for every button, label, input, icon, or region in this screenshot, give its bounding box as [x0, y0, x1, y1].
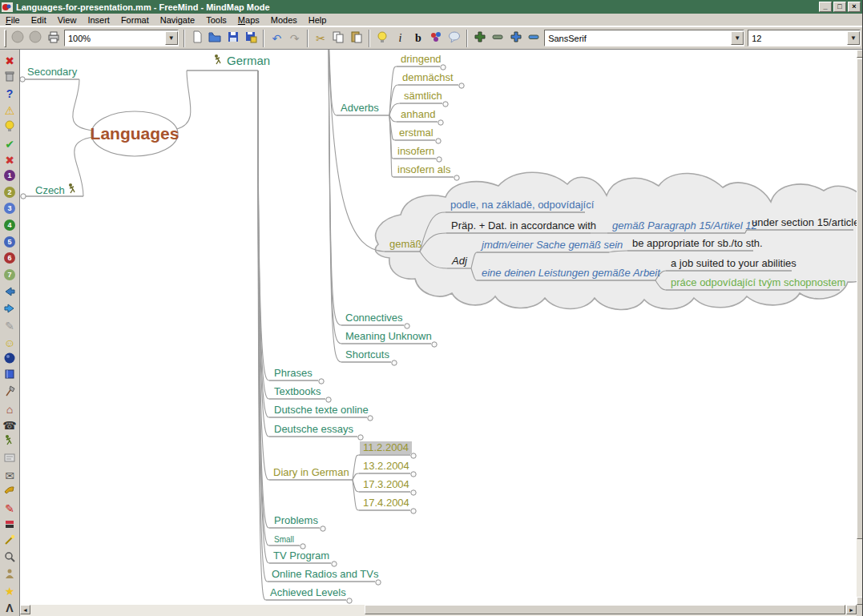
mindmap-node-connectives[interactable]: Connectives	[345, 312, 403, 324]
fold-indicator[interactable]	[321, 526, 325, 531]
mindmap-node-a3[interactable]: sämtlich	[404, 90, 442, 103]
fold-indicator[interactable]	[300, 544, 305, 549]
mindmap-node-d3[interactable]: 17.3.2004	[363, 478, 409, 491]
mindmap-node-g3b1[interactable]: a job suited to your abilities	[671, 257, 796, 270]
horn-icon[interactable]	[2, 485, 18, 499]
cloud-button[interactable]	[446, 30, 462, 47]
mindmap-node-g3a1[interactable]: be appropriate for sb./to sth.	[632, 237, 763, 250]
save-as-button[interactable]	[243, 30, 259, 47]
scroll-right-arrow[interactable]: ►	[846, 605, 857, 614]
mindmap-node-tv[interactable]: TV Program	[273, 550, 329, 562]
nav-back-button[interactable]	[10, 30, 26, 47]
pencil-icon[interactable]: ✎	[2, 501, 18, 516]
mindmap-node-a2[interactable]: demnächst	[402, 71, 454, 84]
font-family-combo[interactable]: SansSerif▼	[544, 30, 744, 46]
vertical-scroll-thumb[interactable]	[857, 58, 863, 539]
mindmap-node-diary[interactable]: Diary in German	[273, 466, 349, 479]
forward-icon[interactable]	[2, 303, 18, 317]
mindmap-node-dutsche[interactable]: Dutsche texte online	[274, 404, 369, 417]
magnifier-icon[interactable]	[2, 551, 18, 566]
fold-indicator[interactable]	[392, 360, 397, 365]
vertical-scrollbar[interactable]	[857, 50, 863, 605]
menu-view[interactable]: View	[52, 14, 83, 26]
star-icon[interactable]: ★	[2, 584, 18, 598]
link-button[interactable]	[428, 30, 444, 47]
fold-indicator[interactable]	[441, 65, 446, 70]
fax-icon[interactable]	[2, 452, 18, 466]
fold-indicator[interactable]	[347, 598, 352, 603]
font-size-combo-arrow[interactable]: ▼	[847, 31, 860, 45]
tools-icon[interactable]	[2, 385, 18, 400]
fold-indicator[interactable]	[405, 324, 409, 328]
mindmap-node-online[interactable]: Online Radios and TVs	[272, 568, 378, 581]
mindmap-node-g3a[interactable]: jmdm/einer Sache gemäß sein	[482, 239, 623, 252]
bold-button[interactable]: b	[410, 30, 426, 47]
redo-button[interactable]: ↷	[286, 30, 302, 47]
fold-indicator[interactable]	[443, 102, 448, 107]
fold-indicator[interactable]	[20, 77, 25, 82]
menu-insert[interactable]: Insert	[82, 14, 115, 26]
print-button[interactable]	[46, 30, 62, 47]
fold-indicator[interactable]	[436, 139, 441, 143]
fold-indicator[interactable]	[411, 490, 416, 495]
mindmap-node-g2a[interactable]: gemäß Paragraph 15/Artikel 12	[612, 219, 757, 232]
menu-navigate[interactable]: Navigate	[155, 14, 200, 26]
fold-indicator[interactable]	[319, 379, 324, 384]
minimize-button[interactable]: _	[819, 2, 832, 12]
fold-indicator[interactable]	[411, 472, 416, 477]
priority-1-icon[interactable]: 1	[2, 170, 18, 184]
decrease-font-button[interactable]	[526, 30, 542, 47]
fold-indicator[interactable]	[326, 397, 331, 402]
fold-indicator[interactable]	[437, 157, 442, 162]
back-icon[interactable]	[2, 286, 18, 300]
font-size-combo[interactable]: 12▼	[748, 30, 861, 46]
menu-help[interactable]: Help	[303, 14, 333, 26]
mindmap-canvas[interactable]: SecondaryCzechLanguagesGermanAdverbsdrin…	[20, 50, 857, 605]
cut-button[interactable]: ✂	[313, 30, 329, 47]
italic-button[interactable]: i	[392, 30, 408, 47]
nav-forward-button[interactable]	[27, 30, 43, 47]
mindmap-node-g2[interactable]: Präp. + Dat. in accordance with	[451, 219, 596, 232]
mindmap-node-a4[interactable]: anhand	[401, 108, 435, 121]
not-ok-icon[interactable]: ✖	[2, 153, 18, 167]
scroll-up-arrow[interactable]	[857, 50, 863, 58]
ok-icon[interactable]: ✔	[2, 137, 18, 151]
fold-indicator[interactable]	[438, 120, 443, 125]
zoom-combo-arrow[interactable]: ▼	[165, 31, 178, 45]
mindmap-node-g1[interactable]: podle, na základě, odpovídající	[450, 199, 594, 211]
person-icon[interactable]	[2, 568, 18, 582]
horizontal-scroll-thumb[interactable]	[365, 605, 845, 614]
mindmap-node-czech[interactable]: Czech	[35, 183, 81, 199]
warning-icon[interactable]: ⚠	[2, 103, 18, 118]
lambda-icon[interactable]: Λ	[2, 601, 18, 615]
menu-maps[interactable]: Maps	[232, 14, 265, 26]
mindmap-node-small[interactable]: Small	[274, 534, 294, 545]
globe-icon[interactable]	[2, 352, 18, 367]
paste-button[interactable]	[349, 30, 365, 47]
increase-font-button[interactable]	[507, 30, 523, 47]
font-family-combo-arrow[interactable]: ▼	[731, 31, 744, 45]
scroll-left-arrow[interactable]: ◄	[20, 605, 30, 614]
fold-indicator[interactable]	[358, 435, 363, 440]
font-size-combo-value[interactable]: 12	[748, 34, 847, 43]
mindmap-node-languages[interactable]: Languages	[91, 127, 179, 140]
smiley-icon[interactable]: ☺	[2, 336, 18, 350]
mindmap-node-gemass[interactable]: gemäß	[389, 238, 421, 251]
mindmap-node-achieved[interactable]: Achieved Levels	[270, 586, 346, 599]
mindmap-node-g3b[interactable]: eine deinen Leistungen gemäße Arbeit	[482, 267, 660, 280]
mindmap-node-a7[interactable]: insofern als	[397, 163, 450, 176]
close-button[interactable]: ×	[848, 2, 861, 12]
menu-file[interactable]: File	[0, 14, 26, 26]
undo-button[interactable]: ↶	[268, 30, 284, 47]
fold-indicator[interactable]	[21, 194, 26, 199]
new-map-button[interactable]	[189, 30, 205, 47]
home-icon[interactable]: ⌂	[2, 402, 18, 417]
font-family-combo-value[interactable]: SansSerif	[545, 34, 731, 43]
eraser-icon[interactable]	[2, 518, 18, 533]
priority-4-icon[interactable]: 4	[2, 219, 18, 234]
mindmap-node-a1[interactable]: dringend	[401, 53, 442, 66]
priority-3-icon[interactable]: 3	[2, 203, 18, 217]
phone-icon[interactable]: ☎	[2, 418, 18, 433]
fold-indicator[interactable]	[411, 509, 416, 513]
priority-7-icon[interactable]: 7	[2, 269, 18, 284]
